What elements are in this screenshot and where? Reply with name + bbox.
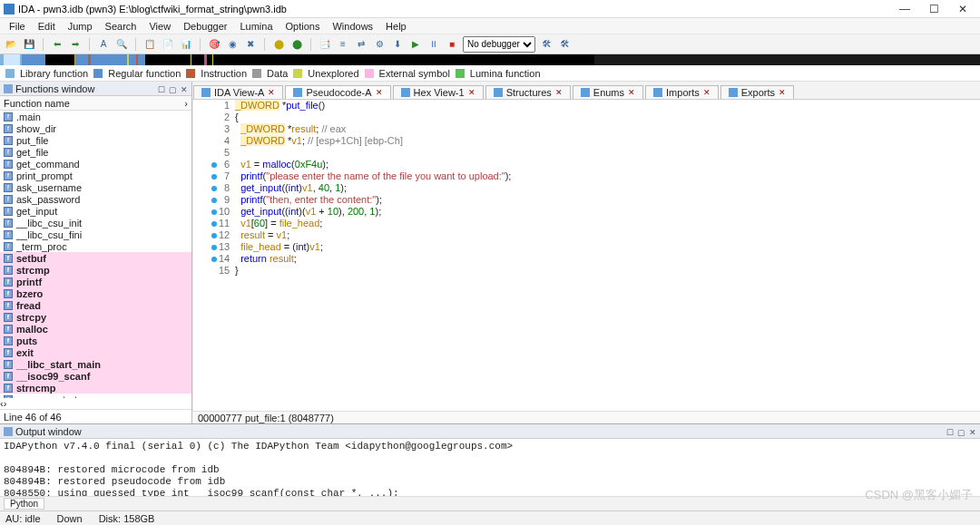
function-row[interactable]: fprintf [0,276,191,287]
toolbar-icon[interactable]: ⬤ [271,37,286,52]
toolbar-icon[interactable]: ⬤ [289,37,304,52]
code-text[interactable]: printf("please enter the name of the fil… [235,170,511,182]
output-python-tab[interactable]: Python [4,498,44,510]
tab-close-icon[interactable]: ✕ [268,88,275,97]
function-row[interactable]: fputs [0,335,191,346]
gutter[interactable] [193,170,219,182]
menu-windows[interactable]: Windows [327,21,378,32]
function-row[interactable]: f__libc_start_main [0,358,191,370]
function-row[interactable]: fget_input [0,205,191,217]
tab-close-icon[interactable]: ✕ [779,88,786,97]
toolbar-icon[interactable]: ⬇ [390,37,405,52]
function-row[interactable]: fmalloc [0,323,191,335]
code-line[interactable]: 9 printf("then, enter the content:"); [193,194,980,206]
panel-float-button[interactable]: ▢ [957,428,965,437]
function-row[interactable]: fstrncmp [0,382,191,394]
functions-list[interactable]: f.mainfshow_dirfput_filefget_filefget_co… [0,111,191,398]
toolbar-icon[interactable]: 📋 [142,37,157,52]
panel-close-button[interactable]: ✕ [181,85,188,94]
function-row[interactable]: fstrcpy [0,311,191,323]
code-text[interactable]: file_head = (int)v1; [235,241,323,253]
navbar-segment[interactable] [91,54,127,65]
navbar-segment[interactable] [45,54,74,65]
forward-icon[interactable]: ➡ [68,37,83,52]
function-row[interactable]: fask_username [0,181,191,193]
tab-close-icon[interactable]: ✕ [555,88,563,97]
breakpoint-dot-icon[interactable] [211,186,217,191]
toolbar-icon[interactable]: 📊 [179,37,193,52]
menu-file[interactable]: File [4,21,31,32]
menu-help[interactable]: Help [380,21,412,32]
window-maximize-button[interactable]: ☐ [920,3,947,15]
code-line[interactable]: 1_DWORD *put_file() [193,100,980,112]
code-text[interactable]: { [235,112,239,123]
menu-edit[interactable]: Edit [33,21,61,32]
toolbar-icon[interactable]: ≡ [336,37,350,52]
navbar-segment[interactable] [22,54,45,65]
gutter[interactable] [193,159,219,170]
function-row[interactable]: fsetbuf [0,252,191,264]
code-text[interactable]: } [235,265,239,277]
function-row[interactable]: f_term_proc [0,240,191,252]
function-row[interactable]: ffread [0,299,191,311]
function-row[interactable]: f__libc_csu_init [0,217,191,228]
navbar-segment[interactable] [129,54,136,65]
back-icon[interactable]: ⬅ [50,37,64,52]
breakpoint-dot-icon[interactable] [211,221,217,227]
navbar-segment[interactable] [145,54,191,65]
toolbar-icon[interactable]: 📄 [161,37,175,52]
navbar-segment[interactable] [138,54,145,65]
function-row[interactable]: fbzero [0,287,191,299]
breakpoint-dot-icon[interactable] [211,198,217,203]
code-line[interactable]: 10 get_input((int)(v1 + 10), 200, 1); [193,206,980,218]
code-line[interactable]: 3 _DWORD *result; // eax [193,123,980,135]
code-line[interactable]: 12 result = v1; [193,229,980,241]
code-text[interactable]: _DWORD *put_file() [235,100,325,112]
code-line[interactable]: 15} [193,265,980,277]
toolbar-icon[interactable]: 🛠 [539,37,554,52]
function-row[interactable]: fask_password [0,193,191,205]
gutter[interactable] [193,112,219,123]
navbar-segment[interactable] [75,54,88,65]
breakpoint-dot-icon[interactable] [211,162,217,168]
gutter[interactable] [193,229,219,241]
code-text[interactable]: return result; [235,253,297,265]
menu-options[interactable]: Options [280,21,326,32]
output-text[interactable]: IDAPython v7.4.0 final (serial 0) (c) Th… [0,439,980,496]
tab-hex-view-1[interactable]: Hex View-1✕ [393,85,484,99]
code-line[interactable]: 14 return result; [193,253,980,265]
breakpoint-dot-icon[interactable] [211,245,217,250]
pseudocode-view[interactable]: 1_DWORD *put_file()2{3 _DWORD *result; /… [192,100,980,411]
menu-search[interactable]: Search [100,21,142,32]
toolbar-icon[interactable]: 🔍 [114,37,129,52]
toolbar-icon[interactable]: 🎯 [207,37,221,52]
function-row[interactable]: f__isoc99_scanf [0,370,191,382]
code-line[interactable]: 11 v1[60] = file_head; [193,218,980,229]
code-text[interactable]: _DWORD *v1; // [esp+1Ch] [ebp-Ch] [235,135,403,147]
debugger-select[interactable]: No debugger [463,36,535,53]
menu-jump[interactable]: Jump [63,21,98,32]
function-row[interactable]: f__libc_csu_fini [0,228,191,240]
navbar-segment[interactable] [213,54,594,65]
code-text[interactable]: printf("then, enter the content:"); [235,194,382,206]
code-line[interactable]: 5 [193,147,980,159]
code-line[interactable]: 8 get_input((int)v1, 40, 1); [193,182,980,194]
function-row[interactable]: fget_command [0,158,191,170]
code-text[interactable]: get_input((int)v1, 40, 1); [235,182,347,194]
gutter[interactable] [193,147,219,159]
function-row[interactable]: fexit [0,346,191,358]
toolbar-icon[interactable]: 🛠 [557,37,572,52]
code-line[interactable]: 4 _DWORD *v1; // [esp+1Ch] [ebp-Ch] [193,135,980,147]
gutter[interactable] [193,241,219,253]
code-text[interactable]: v1 = malloc(0xF4u); [235,159,328,170]
function-name-column[interactable]: Function name [4,98,70,109]
toolbar-pause-icon[interactable]: ⏸ [426,37,441,52]
tab-close-icon[interactable]: ✕ [628,88,635,97]
tab-pseudocode-a[interactable]: Pseudocode-A✕ [285,85,390,99]
function-row[interactable]: fput_file [0,134,191,146]
open-icon[interactable]: 📂 [4,37,18,52]
navbar-segment[interactable] [191,54,204,65]
window-minimize-button[interactable]: — [891,3,918,15]
gutter[interactable] [193,206,219,218]
panel-float-button[interactable]: ▢ [169,85,177,94]
